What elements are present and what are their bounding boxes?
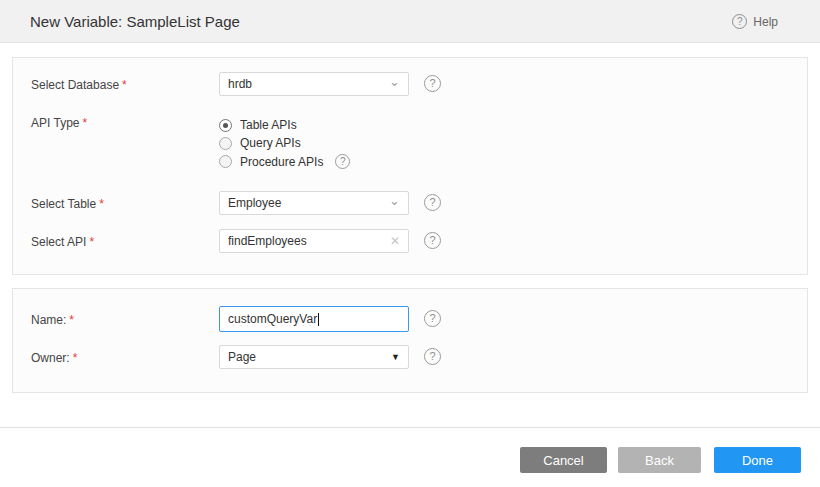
name-input-value: customQueryVar: [228, 312, 317, 326]
required-asterisk: *: [99, 197, 104, 211]
table-dropdown-value: Employee: [228, 196, 385, 210]
text-caret: [318, 313, 319, 326]
select-api-label: Select API*: [31, 235, 94, 249]
radio-query-apis[interactable]: Query APIs: [219, 136, 301, 150]
required-asterisk: *: [73, 351, 78, 365]
name-input[interactable]: customQueryVar: [219, 306, 409, 332]
radio-table-apis-label: Table APIs: [240, 118, 297, 132]
help-icon: ?: [732, 14, 747, 29]
clear-icon[interactable]: ✕: [390, 234, 400, 248]
required-asterisk: *: [69, 313, 74, 327]
page-title: New Variable: SampleList Page: [30, 0, 240, 43]
cancel-button[interactable]: Cancel: [520, 447, 607, 473]
done-button[interactable]: Done: [714, 447, 801, 473]
procedure-apis-help-icon[interactable]: ?: [335, 154, 350, 169]
owner-select[interactable]: Page ▼: [219, 345, 409, 369]
database-dropdown[interactable]: hrdb ⌄: [219, 72, 409, 96]
owner-select-value: Page: [228, 350, 387, 364]
radio-query-apis-label: Query APIs: [240, 136, 301, 150]
owner-label: Owner:*: [31, 351, 77, 365]
database-help-icon[interactable]: ?: [424, 75, 441, 92]
variable-section: Name:* customQueryVar ? Owner:* Page ▼ ?: [12, 288, 808, 393]
help-link[interactable]: ? Help: [732, 0, 778, 43]
radio-selected-icon: [219, 119, 232, 132]
radio-table-apis[interactable]: Table APIs: [219, 118, 297, 132]
api-type-label: API Type*: [31, 116, 87, 130]
dialog-header: New Variable: SampleList Page: [0, 0, 820, 43]
select-database-label: Select Database*: [31, 78, 127, 92]
table-dropdown[interactable]: Employee ⌄: [219, 191, 409, 215]
footer-divider: [0, 427, 820, 428]
chevron-down-icon: ⌄: [389, 193, 400, 208]
owner-help-icon[interactable]: ?: [424, 348, 441, 365]
required-asterisk: *: [82, 116, 87, 130]
table-help-icon[interactable]: ?: [424, 194, 441, 211]
database-section: Select Database* hrdb ⌄ ? API Type* Tabl…: [12, 57, 808, 275]
radio-unselected-icon: [219, 155, 232, 168]
database-dropdown-value: hrdb: [228, 77, 385, 91]
radio-unselected-icon: [219, 137, 232, 150]
name-label: Name:*: [31, 313, 74, 327]
radio-procedure-apis-label: Procedure APIs: [240, 155, 323, 169]
name-help-icon[interactable]: ?: [424, 310, 441, 327]
back-button[interactable]: Back: [618, 447, 701, 473]
api-field-value: findEmployees: [228, 234, 386, 248]
required-asterisk: *: [89, 235, 94, 249]
select-table-label: Select Table*: [31, 197, 104, 211]
radio-procedure-apis[interactable]: Procedure APIs ?: [219, 154, 350, 169]
api-search-field[interactable]: findEmployees ✕: [219, 229, 409, 253]
api-help-icon[interactable]: ?: [424, 232, 441, 249]
help-label: Help: [753, 15, 778, 29]
chevron-down-icon: ⌄: [389, 74, 400, 89]
select-arrow-icon: ▼: [391, 352, 400, 362]
required-asterisk: *: [122, 78, 127, 92]
